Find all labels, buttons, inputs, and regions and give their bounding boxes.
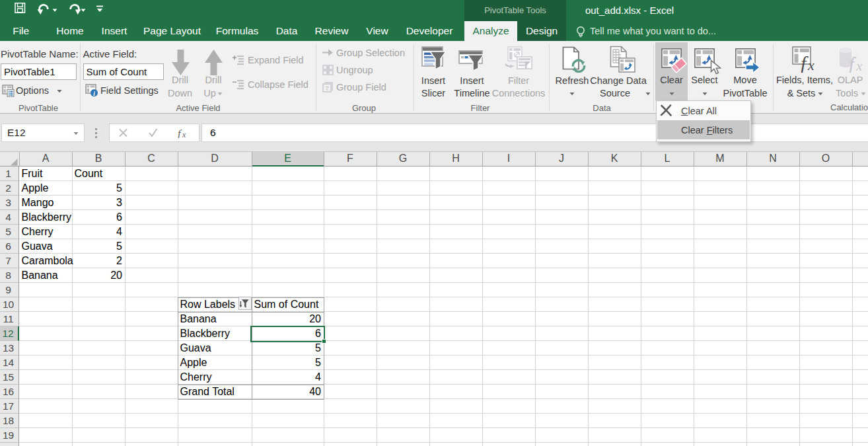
svg-text:7: 7: [325, 85, 328, 92]
svg-text:x: x: [807, 57, 814, 73]
svg-text:i: i: [93, 91, 95, 97]
svg-text:x: x: [182, 130, 186, 139]
svg-text:f: f: [178, 128, 182, 138]
svg-text:x: x: [855, 58, 863, 73]
